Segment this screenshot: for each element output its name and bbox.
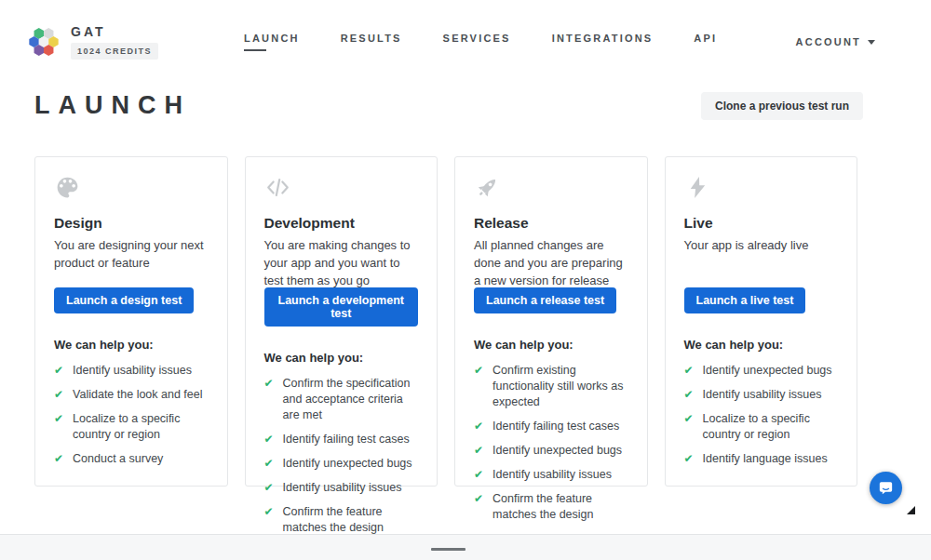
page-content: LAUNCH Clone a previous test run Design … [34,91,857,487]
list-item: Identify failing test cases [264,432,419,447]
list-item: Confirm the specification and acceptance… [264,376,419,423]
card-description: All planned changes are done and you are… [474,236,628,289]
help-list: Identify unexpected bugs Identify usabil… [684,363,839,467]
code-icon [264,174,419,201]
nav-item-api[interactable]: API [694,33,717,51]
check-icon [684,411,694,443]
help-list: Confirm existing functionality still wor… [474,363,628,523]
check-icon [684,451,694,467]
list-item: Identify unexpected bugs [474,443,628,459]
list-item: Identify unexpected bugs [264,456,419,472]
list-item: Identify usability issues [684,387,839,403]
card-release: Release All planned changes are done and… [454,156,648,487]
help-list: Confirm the specification and acceptance… [264,376,419,536]
list-item: Confirm existing functionality still wor… [474,363,628,410]
card-title: Development [264,215,419,232]
check-icon [264,432,274,447]
brand-name: GAT [71,24,106,39]
launch-release-test-button[interactable]: Launch a release test [474,287,616,313]
list-item: Identify language issues [684,451,839,467]
chat-widget-button[interactable] [870,472,902,504]
rocket-icon [474,174,628,201]
help-list: Identify usability issues Validate the l… [54,363,209,467]
nav-item-results[interactable]: RESULTS [341,33,402,51]
main-nav: LAUNCH RESULTS SERVICES INTEGRATIONS API [244,33,717,51]
brand-logo[interactable]: GAT 1024 CREDITS [26,24,158,60]
check-icon [54,451,63,467]
card-design: Design You are designing your next produ… [34,156,228,487]
credits-badge: 1024 CREDITS [71,43,158,60]
check-icon [264,376,274,423]
card-title: Live [684,215,839,232]
check-icon [474,467,483,483]
help-heading: We can help you: [264,351,419,365]
list-item: Confirm the feature matches the design [474,491,628,523]
list-item: Identify failing test cases [474,419,628,434]
check-icon [474,419,483,434]
account-menu[interactable]: ACCOUNT [796,36,875,47]
test-type-cards: Design You are designing your next produ… [34,156,857,487]
check-icon [264,480,274,496]
resize-corner-handle[interactable] [907,506,915,514]
card-description: You are designing your next product or f… [54,236,209,272]
nav-item-integrations[interactable]: INTEGRATIONS [552,33,654,51]
scrollbar-grip[interactable] [431,548,466,551]
list-item: Confirm the feature matches the design [264,504,419,536]
list-item: Identify usability issues [264,480,419,496]
check-icon [54,411,63,443]
list-item: Identify unexpected bugs [684,363,839,379]
card-description: Your app is already live [684,236,839,254]
nav-item-launch[interactable]: LAUNCH [244,33,300,51]
chat-messenger-icon [878,480,894,496]
chevron-down-icon [868,40,875,45]
check-icon [474,491,483,523]
check-icon [264,456,274,472]
gat-hexagon-logo-icon [26,24,61,60]
card-development: Development You are making changes to yo… [245,156,439,487]
list-item: Conduct a survey [54,451,209,467]
list-item: Validate the look and feel [54,387,209,403]
palette-icon [54,174,209,201]
help-heading: We can help you: [54,338,209,352]
bottom-bar [0,534,931,560]
launch-design-test-button[interactable]: Launch a design test [54,287,194,313]
check-icon [474,363,483,410]
clone-previous-test-run-button[interactable]: Clone a previous test run [701,92,863,120]
check-icon [684,387,694,403]
help-heading: We can help you: [474,338,628,352]
nav-item-services[interactable]: SERVICES [443,33,511,51]
check-icon [474,443,483,459]
page-title: LAUNCH [34,91,191,120]
list-item: Localize to a specific country or region [54,411,209,443]
account-label: ACCOUNT [796,36,861,47]
bolt-icon [684,174,839,201]
card-live: Live Your app is already live Launch a l… [665,156,858,487]
launch-development-test-button[interactable]: Launch a development test [264,287,419,327]
card-title: Release [474,215,628,232]
check-icon [684,363,694,379]
card-description: You are making changes to your app and y… [264,236,419,289]
launch-live-test-button[interactable]: Launch a live test [684,287,806,313]
check-icon [54,363,63,379]
card-title: Design [54,215,209,232]
list-item: Identify usability issues [54,363,209,379]
check-icon [54,387,63,403]
help-heading: We can help you: [684,338,839,352]
page-header-row: LAUNCH Clone a previous test run [34,91,857,120]
list-item: Identify usability issues [474,467,628,483]
top-navigation-bar: GAT 1024 CREDITS LAUNCH RESULTS SERVICES… [0,0,931,78]
check-icon [264,504,274,536]
list-item: Localize to a specific country or region [684,411,839,443]
